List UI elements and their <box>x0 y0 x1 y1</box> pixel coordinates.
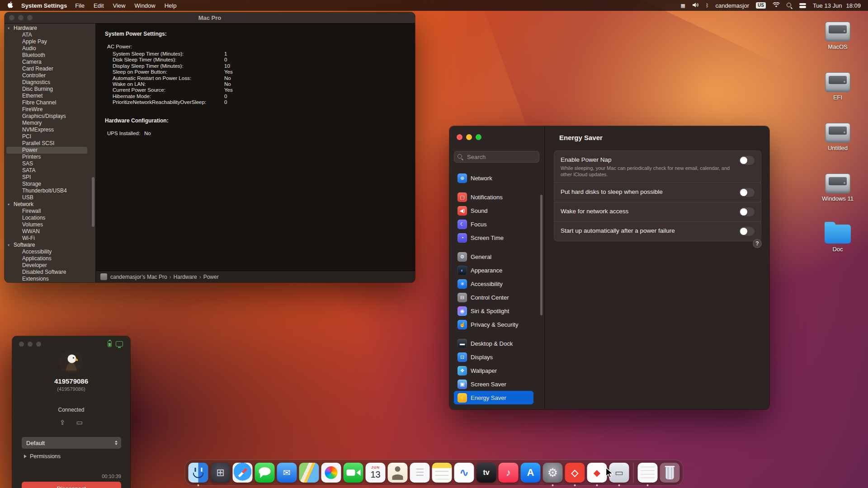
desktop-icon-efi[interactable]: EFI <box>813 70 863 101</box>
dock-system-settings[interactable]: ⚙ <box>543 463 563 483</box>
sysinfo-item-graphics-displays[interactable]: Graphics/Displays <box>5 113 95 120</box>
screenshot-icon[interactable]: ▭ <box>76 418 83 427</box>
sysinfo-item-wwan[interactable]: WWAN <box>5 228 95 235</box>
settings-sidebar-scrollbar[interactable] <box>540 195 542 315</box>
volume-icon[interactable] <box>692 2 699 9</box>
dock-calendar[interactable]: JUN13 <box>366 463 386 483</box>
menu-bar-username[interactable]: candemasjor <box>716 2 749 9</box>
anydesk-menu-icon[interactable]: ▦ <box>681 3 685 8</box>
dock-facetime[interactable] <box>344 463 363 483</box>
sidebar-item-general[interactable]: ⚙General <box>454 250 533 263</box>
sysinfo-item-usb[interactable]: USB <box>5 194 95 201</box>
sysinfo-section-software[interactable]: ▾Software <box>5 242 95 249</box>
permissions-disclosure[interactable]: Permissions <box>24 453 61 460</box>
settings-close-button[interactable] <box>457 134 462 140</box>
dock-photos[interactable] <box>321 463 341 483</box>
dock-app-store[interactable]: A <box>521 463 541 483</box>
sysinfo-item-nvmexpress[interactable]: NVMExpress <box>5 127 95 133</box>
sysinfo-zoom-button[interactable] <box>27 15 33 20</box>
sidebar-item-focus[interactable]: ☾Focus <box>454 217 533 231</box>
help-button[interactable]: ? <box>753 239 762 248</box>
sysinfo-item-sas[interactable]: SAS <box>5 160 95 167</box>
menu-edit[interactable]: Edit <box>94 2 104 9</box>
desktop-icon-macos[interactable]: MacOS <box>813 20 863 50</box>
sidebar-item-network[interactable]: ⊕Network <box>454 171 533 185</box>
sidebar-item-appearance[interactable]: ◐Appearance <box>454 263 533 277</box>
toggle-start-up-automatically-after-a-power-failure[interactable] <box>739 227 755 236</box>
settings-search-field[interactable] <box>454 151 539 163</box>
sysinfo-section-hardware[interactable]: ▾Hardware <box>5 25 95 32</box>
sidebar-item-privacy-security[interactable]: ☝Privacy & Security <box>454 318 533 331</box>
active-app-name[interactable]: System Settings <box>21 2 67 9</box>
wifi-icon[interactable] <box>773 2 780 9</box>
breadcrumb-item-power[interactable]: Power <box>203 274 219 280</box>
settings-minimize-button[interactable] <box>466 134 472 140</box>
menu-bar-clock[interactable]: Tue 13 Jun 18:09 <box>813 2 861 9</box>
sysinfo-item-volumes[interactable]: Volumes <box>5 221 95 228</box>
sidebar-item-screen-saver[interactable]: ▣Screen Saver <box>454 377 533 391</box>
monitor-select-dropdown[interactable]: Default <box>22 437 121 449</box>
dock-music[interactable]: ♪ <box>499 463 519 483</box>
menu-view[interactable]: View <box>113 2 126 9</box>
sidebar-item-sound[interactable]: ◀)Sound <box>454 204 533 217</box>
remote-minimize-button[interactable] <box>28 342 33 347</box>
dock-textedit[interactable] <box>638 463 658 483</box>
sysinfo-item-firewire[interactable]: FireWire <box>5 106 95 113</box>
sysinfo-minimize-button[interactable] <box>18 15 24 20</box>
sysinfo-item-apple-pay[interactable]: Apple Pay <box>5 38 95 45</box>
apple-menu-icon[interactable] <box>7 1 13 9</box>
sidebar-item-accessibility[interactable]: ✳Accessibility <box>454 277 533 291</box>
dock-freeform[interactable]: ∿ <box>454 463 474 483</box>
sysinfo-item-locations[interactable]: Locations <box>5 215 95 221</box>
sysinfo-close-button[interactable] <box>9 15 14 20</box>
dock-mail[interactable]: ✉ <box>277 463 297 483</box>
dock-trash[interactable] <box>660 463 680 483</box>
dock-reminders[interactable]: ☰ <box>410 463 430 483</box>
control-center-icon[interactable] <box>799 3 806 8</box>
sysinfo-item-power[interactable]: Power <box>6 147 87 154</box>
breadcrumb-item-hardware[interactable]: Hardware <box>174 274 197 280</box>
input-source-badge[interactable]: US <box>756 2 766 9</box>
sidebar-item-wallpaper[interactable]: ❖Wallpaper <box>454 364 533 377</box>
breadcrumb-item-candemasjor-s-mac-pro[interactable]: candemasjor’s Mac Pro <box>110 274 167 280</box>
toggle-enable-power-nap[interactable] <box>739 156 755 165</box>
sysinfo-item-storage[interactable]: Storage <box>5 181 95 188</box>
remote-close-button[interactable] <box>19 342 24 347</box>
dock-notes[interactable] <box>432 463 452 483</box>
settings-search-input[interactable] <box>466 153 536 161</box>
menu-file[interactable]: File <box>75 2 85 9</box>
dock-messages[interactable] <box>255 463 275 483</box>
sysinfo-item-wi-fi[interactable]: Wi-Fi <box>5 235 95 242</box>
menu-help[interactable]: Help <box>165 2 177 9</box>
dock-tv[interactable]: tv <box>476 463 496 483</box>
dock-launchpad[interactable]: ⊞ <box>211 463 231 483</box>
sysinfo-section-network[interactable]: ▾Network <box>5 201 95 208</box>
sysinfo-item-parallel-scsi[interactable]: Parallel SCSI <box>5 140 95 147</box>
dock-contacts[interactable] <box>388 463 408 483</box>
sysinfo-item-printers[interactable]: Printers <box>5 154 95 160</box>
sysinfo-item-thunderbolt-usb4[interactable]: Thunderbolt/USB4 <box>5 188 95 194</box>
sysinfo-item-developer[interactable]: Developer <box>5 262 95 269</box>
dock-safari[interactable] <box>233 463 253 483</box>
sysinfo-item-disc-burning[interactable]: Disc Burning <box>5 86 95 93</box>
sysinfo-item-camera[interactable]: Camera <box>5 59 95 66</box>
bluetooth-icon[interactable]: ᛒ <box>706 3 709 8</box>
sidebar-item-desktop-dock[interactable]: ▬Desktop & Dock <box>454 337 533 350</box>
sysinfo-item-fibre-channel[interactable]: Fibre Channel <box>5 99 95 106</box>
menu-window[interactable]: Window <box>134 2 155 9</box>
sysinfo-item-memory[interactable]: Memory <box>5 120 95 127</box>
file-transfer-icon[interactable]: ⇪ <box>60 418 66 427</box>
sidebar-item-control-center[interactable]: ⊟Control Center <box>454 291 533 304</box>
sysinfo-item-audio[interactable]: Audio <box>5 45 95 52</box>
settings-zoom-button[interactable] <box>476 134 481 140</box>
sidebar-item-notifications[interactable]: ▢Notifications <box>454 190 533 204</box>
desktop-icon-untitled[interactable]: Untitled <box>813 121 863 151</box>
toggle-wake-for-network-access[interactable] <box>739 207 755 216</box>
sysinfo-item-card-reader[interactable]: Card Reader <box>5 66 95 72</box>
sysinfo-item-firewall[interactable]: Firewall <box>5 208 95 215</box>
desktop-icon-doc[interactable]: Doc <box>813 222 863 253</box>
sidebar-item-displays[interactable]: ⊡Displays <box>454 350 533 364</box>
spotlight-search-icon[interactable] <box>787 3 793 9</box>
dock-anydesk[interactable]: ◇ <box>565 463 585 483</box>
sysinfo-item-ata[interactable]: ATA <box>5 32 95 38</box>
